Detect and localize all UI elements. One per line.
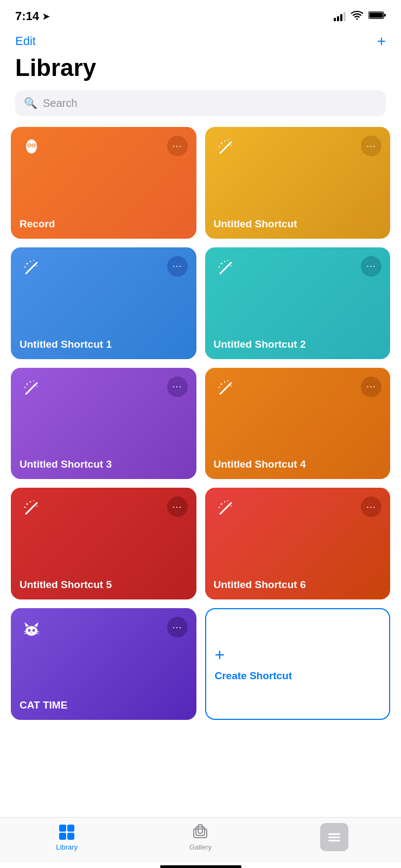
svg-point-19 [24, 266, 26, 267]
svg-line-52 [229, 503, 231, 505]
svg-rect-2 [384, 14, 386, 17]
shortcut-card-cattime[interactable]: ··· CAT TIME [11, 608, 196, 720]
shortcut-card-untitled[interactable]: ··· Untitled Shortcut [205, 127, 391, 239]
shortcut-card-untitled4[interactable]: ··· Untitled Shortcut 4 [205, 368, 391, 480]
svg-point-22 [36, 265, 37, 266]
tab-gallery[interactable]: Gallery [133, 824, 267, 851]
shortcut-card-untitled3[interactable]: ··· Untitled Shortcut 3 [11, 368, 196, 480]
status-time: 7:14 ➤ [15, 9, 49, 23]
card-top: ··· [214, 376, 382, 400]
more-button[interactable]: ··· [167, 496, 188, 517]
svg-point-61 [28, 629, 31, 632]
svg-point-39 [220, 383, 222, 385]
home-indicator [160, 865, 241, 868]
svg-point-54 [218, 507, 219, 508]
svg-point-27 [224, 261, 225, 262]
time-text: 7:14 [15, 9, 39, 23]
svg-point-13 [224, 141, 225, 142]
more-button[interactable]: ··· [361, 376, 381, 397]
wand-icon [20, 256, 43, 280]
svg-point-18 [27, 263, 28, 264]
shortcut-card-untitled5[interactable]: ··· Untitled Shortcut 5 [11, 488, 196, 599]
shortcut-card-untitled2[interactable]: ··· Untitled Shortcut 2 [205, 247, 391, 359]
svg-point-14 [227, 139, 228, 141]
cat-icon [20, 617, 43, 641]
svg-point-26 [218, 266, 219, 267]
svg-point-62 [33, 629, 35, 632]
svg-point-57 [231, 506, 232, 507]
svg-point-28 [227, 260, 228, 261]
card-title: Untitled Shortcut [214, 218, 382, 230]
svg-rect-77 [328, 840, 340, 841]
shortcut-card-record[interactable]: ··· Record [11, 127, 196, 239]
card-title: Untitled Shortcut 4 [214, 458, 382, 470]
card-top: ··· [20, 376, 188, 400]
svg-rect-73 [196, 827, 205, 835]
svg-point-12 [218, 146, 219, 147]
more-button[interactable]: ··· [167, 617, 188, 637]
wifi-icon [351, 11, 363, 22]
svg-point-8 [29, 149, 34, 152]
svg-line-37 [220, 385, 229, 394]
svg-point-43 [231, 386, 232, 387]
svg-rect-68 [59, 825, 66, 832]
svg-line-9 [220, 144, 229, 153]
svg-point-53 [220, 503, 222, 505]
svg-point-29 [231, 265, 232, 266]
more-button[interactable]: ··· [167, 136, 188, 156]
card-title: Record [20, 218, 188, 230]
add-button[interactable]: + [377, 34, 386, 49]
create-shortcut-button[interactable]: + Create Shortcut [205, 608, 391, 720]
svg-point-6 [28, 144, 30, 147]
svg-point-42 [227, 380, 228, 381]
more-button[interactable]: ··· [167, 256, 188, 277]
location-arrow-icon: ➤ [42, 11, 49, 22]
more-button[interactable]: ··· [361, 496, 381, 517]
svg-marker-60 [34, 622, 39, 627]
svg-rect-75 [328, 833, 340, 835]
library-icon [58, 824, 75, 841]
svg-line-10 [229, 142, 231, 144]
svg-point-63 [30, 632, 33, 633]
tab-more[interactable] [268, 823, 401, 851]
svg-point-47 [24, 507, 26, 508]
tab-gallery-label: Gallery [189, 843, 212, 851]
more-button[interactable]: ··· [361, 256, 381, 277]
svg-line-17 [35, 263, 37, 265]
search-icon: 🔍 [24, 97, 37, 110]
svg-line-23 [220, 265, 229, 273]
svg-line-30 [26, 385, 35, 394]
svg-point-58 [26, 626, 37, 636]
shortcut-card-untitled6[interactable]: ··· Untitled Shortcut 6 [205, 488, 391, 599]
edit-button[interactable]: Edit [15, 34, 36, 48]
svg-point-34 [30, 381, 31, 382]
search-bar[interactable]: 🔍 Search [15, 90, 386, 116]
more-button[interactable]: ··· [167, 376, 188, 397]
battery-icon [368, 11, 386, 22]
tab-more-icon [320, 823, 348, 851]
svg-point-50 [36, 506, 37, 507]
more-button[interactable]: ··· [361, 136, 381, 156]
shortcuts-grid: ··· Record ··· Untitled Shortcut [0, 127, 401, 720]
card-title: Untitled Shortcut 5 [20, 579, 188, 591]
card-title: Untitled Shortcut 6 [214, 579, 382, 591]
svg-point-36 [36, 386, 37, 387]
svg-rect-1 [370, 13, 383, 18]
wand-icon [20, 496, 43, 520]
tab-library[interactable]: Library [0, 824, 133, 851]
tab-library-label: Library [56, 843, 78, 851]
svg-point-11 [220, 143, 222, 144]
shortcut-card-untitled1[interactable]: ··· Untitled Shortcut 1 [11, 247, 196, 359]
search-input[interactable]: Search [43, 97, 77, 110]
status-bar: 7:14 ➤ [0, 0, 401, 29]
svg-marker-59 [24, 622, 29, 627]
svg-rect-71 [67, 833, 74, 840]
svg-rect-76 [328, 837, 340, 838]
gallery-icon [192, 824, 209, 841]
svg-point-21 [33, 260, 34, 261]
card-top: ··· [20, 136, 188, 159]
card-top: ··· [214, 496, 382, 520]
wand-icon [214, 376, 238, 400]
card-top: ··· [214, 256, 382, 280]
card-top: ··· [214, 136, 382, 159]
